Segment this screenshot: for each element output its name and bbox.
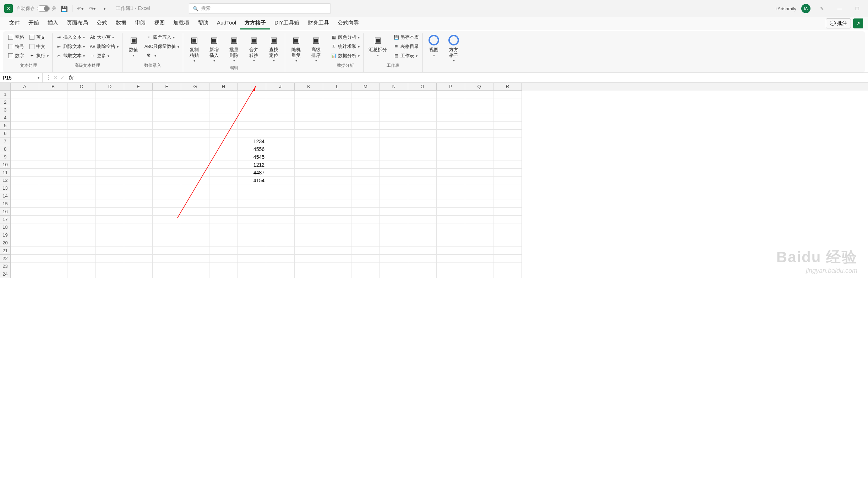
cell-C6[interactable] [67, 130, 96, 137]
cell-J4[interactable] [266, 114, 295, 122]
ribbon-空格-button[interactable]: 空格 [7, 33, 25, 41]
row-header-1[interactable]: 1 [0, 91, 11, 98]
cell-H5[interactable] [209, 122, 238, 130]
tab-文件[interactable]: 文件 [5, 17, 24, 29]
tab-插入[interactable]: 插入 [43, 17, 62, 29]
cell-O15[interactable] [408, 200, 437, 208]
cell-C19[interactable] [67, 231, 96, 239]
row-header-9[interactable]: 9 [0, 153, 11, 161]
cell-D4[interactable] [96, 114, 124, 122]
cell-Q12[interactable] [465, 177, 493, 184]
cell-H8[interactable] [209, 145, 238, 153]
cell-F3[interactable] [153, 106, 181, 114]
cell-N11[interactable] [380, 169, 408, 177]
cell-B20[interactable] [39, 239, 67, 247]
cell-I21[interactable] [238, 247, 266, 255]
cell-O8[interactable] [408, 145, 437, 153]
ribbon-数值-button[interactable]: ▣数值▾ [125, 33, 142, 58]
cell-N7[interactable] [380, 137, 408, 145]
cell-I4[interactable] [238, 114, 266, 122]
cell-R24[interactable] [493, 270, 522, 278]
cell-D20[interactable] [96, 239, 124, 247]
cell-G16[interactable] [181, 208, 209, 216]
cell-B17[interactable] [39, 216, 67, 223]
cell-Q15[interactable] [465, 200, 493, 208]
select-all-corner[interactable] [0, 83, 11, 91]
cell-J6[interactable] [266, 130, 295, 137]
cell-O22[interactable] [408, 255, 437, 262]
cell-G2[interactable] [181, 98, 209, 106]
cell-H12[interactable] [209, 177, 238, 184]
cell-O19[interactable] [408, 231, 437, 239]
cell-Q24[interactable] [465, 270, 493, 278]
cell-I3[interactable] [238, 106, 266, 114]
cell-G24[interactable] [181, 270, 209, 278]
cell-I20[interactable] [238, 239, 266, 247]
cell-G7[interactable] [181, 137, 209, 145]
ribbon-复制粘贴-button[interactable]: ▣复制粘贴▾ [186, 33, 202, 64]
cell-I8[interactable]: 4556 [238, 145, 266, 153]
more-icon[interactable]: ⋮ [45, 74, 51, 81]
cell-N18[interactable] [380, 223, 408, 231]
cell-M15[interactable] [351, 200, 380, 208]
cell-F10[interactable] [153, 161, 181, 169]
comments-button[interactable]: 💬 批注 [826, 18, 851, 28]
ribbon-随机重复-button[interactable]: ▣随机重复▾ [288, 33, 304, 64]
cell-M16[interactable] [351, 208, 380, 216]
cell-Q1[interactable] [465, 91, 493, 98]
autosave-toggle[interactable]: 自动保存 关 [16, 5, 56, 12]
cell-O6[interactable] [408, 130, 437, 137]
cell-L10[interactable] [323, 161, 351, 169]
ribbon-截取文本-button[interactable]: ✂截取文本▾ [55, 52, 86, 60]
cell-G5[interactable] [181, 122, 209, 130]
ribbon-执行-button[interactable]: ✦执行▾ [28, 52, 49, 60]
cell-A4[interactable] [11, 114, 39, 122]
cell-E9[interactable] [124, 153, 153, 161]
cell-H24[interactable] [209, 270, 238, 278]
column-header-G[interactable]: G [181, 83, 209, 91]
cell-L22[interactable] [323, 255, 351, 262]
cell-A2[interactable] [11, 98, 39, 106]
cell-Q17[interactable] [465, 216, 493, 223]
cell-P4[interactable] [437, 114, 465, 122]
cell-G10[interactable] [181, 161, 209, 169]
cell-I11[interactable]: 4487 [238, 169, 266, 177]
cell-M23[interactable] [351, 262, 380, 270]
cell-G12[interactable] [181, 177, 209, 184]
row-header-24[interactable]: 24 [0, 270, 11, 278]
cell-B24[interactable] [39, 270, 67, 278]
cell-N5[interactable] [380, 122, 408, 130]
tab-视图[interactable]: 视图 [150, 17, 169, 29]
cell-N14[interactable] [380, 192, 408, 200]
row-header-17[interactable]: 17 [0, 216, 11, 223]
cell-N10[interactable] [380, 161, 408, 169]
column-header-R[interactable]: R [493, 83, 522, 91]
cell-B12[interactable] [39, 177, 67, 184]
cell-B9[interactable] [39, 153, 67, 161]
row-header-8[interactable]: 8 [0, 145, 11, 153]
cell-M13[interactable] [351, 184, 380, 192]
cell-E20[interactable] [124, 239, 153, 247]
row-header-11[interactable]: 11 [0, 169, 11, 177]
cell-G8[interactable] [181, 145, 209, 153]
cell-J1[interactable] [266, 91, 295, 98]
cell-O2[interactable] [408, 98, 437, 106]
cell-O12[interactable] [408, 177, 437, 184]
cell-O1[interactable] [408, 91, 437, 98]
cell-N13[interactable] [380, 184, 408, 192]
cell-C3[interactable] [67, 106, 96, 114]
pen-icon[interactable]: ✎ [815, 3, 828, 14]
ribbon-查找定位-button[interactable]: ▣查找定位▾ [266, 33, 282, 64]
cell-H13[interactable] [209, 184, 238, 192]
cell-K20[interactable] [295, 239, 323, 247]
cell-K17[interactable] [295, 216, 323, 223]
cell-F4[interactable] [153, 114, 181, 122]
cell-P20[interactable] [437, 239, 465, 247]
ribbon-数据分析-button[interactable]: 📊数据分析▾ [330, 52, 360, 60]
cell-A14[interactable] [11, 192, 39, 200]
cell-L21[interactable] [323, 247, 351, 255]
cell-O21[interactable] [408, 247, 437, 255]
cell-G13[interactable] [181, 184, 209, 192]
cell-D3[interactable] [96, 106, 124, 114]
cell-H22[interactable] [209, 255, 238, 262]
